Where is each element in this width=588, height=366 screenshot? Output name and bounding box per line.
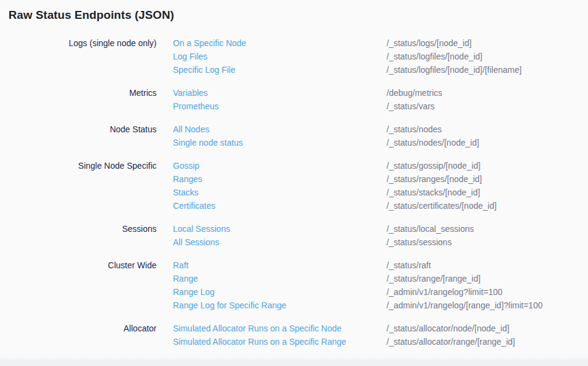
endpoint-sections: Logs (single node only)On a Specific Nod… — [0, 36, 588, 348]
endpoint-paths-column: /_status/logs/[node_id]/_status/logfiles… — [387, 36, 588, 76]
endpoint-links-column: Local SessionsAll Sessions — [157, 222, 387, 249]
endpoint-links-column: All NodesSingle node status — [157, 123, 387, 149]
endpoint-link[interactable]: Log Files — [173, 50, 208, 63]
endpoint-link[interactable]: Raft — [173, 259, 189, 272]
section-label: Node Status — [0, 123, 157, 149]
endpoint-section: SessionsLocal SessionsAll Sessions/_stat… — [0, 222, 588, 249]
endpoint-link[interactable]: Simulated Allocator Runs on a Specific N… — [173, 322, 342, 335]
endpoint-link[interactable]: On a Specific Node — [173, 36, 246, 50]
endpoint-path: /_status/allocator/node/[node_id] — [387, 322, 588, 335]
endpoint-link[interactable]: All Sessions — [173, 236, 219, 249]
endpoint-section: Node StatusAll NodesSingle node status/_… — [0, 123, 588, 149]
endpoint-path: /_status/logfiles/[node_id] — [387, 50, 588, 63]
endpoint-path: /_status/nodes/[node_id] — [387, 136, 588, 149]
endpoint-paths-column: /_status/gossip/[node_id]/_status/ranges… — [387, 159, 588, 212]
endpoint-link[interactable]: Local Sessions — [173, 222, 230, 236]
endpoint-path: /_status/local_sessions — [387, 222, 588, 236]
endpoint-link[interactable]: Range — [173, 272, 198, 285]
endpoint-link[interactable]: Specific Log File — [173, 63, 235, 76]
endpoint-paths-column: /_status/nodes/_status/nodes/[node_id] — [387, 123, 588, 149]
endpoint-link[interactable]: Gossip — [173, 159, 200, 172]
endpoint-section: Cluster WideRaftRangeRange LogRange Log … — [0, 259, 588, 312]
section-label: Logs (single node only) — [0, 36, 157, 76]
endpoint-path: /_status/gossip/[node_id] — [387, 159, 588, 172]
endpoint-section: MetricsVariablesPrometheus/debug/metrics… — [0, 86, 588, 113]
endpoint-link[interactable]: Stacks — [173, 186, 198, 199]
footer-strip — [0, 357, 588, 366]
endpoint-links-column: GossipRangesStacksCertificates — [157, 159, 387, 212]
endpoint-path: /_status/vars — [387, 100, 588, 113]
section-label: Sessions — [0, 222, 157, 249]
endpoint-link[interactable]: Variables — [173, 86, 208, 100]
section-label: Metrics — [0, 86, 157, 113]
endpoint-path: /_status/allocator/range/[range_id] — [387, 335, 588, 348]
endpoint-path: /_status/raft — [387, 259, 588, 272]
endpoint-links-column: RaftRangeRange LogRange Log for Specific… — [157, 259, 387, 312]
endpoint-link[interactable]: Simulated Allocator Runs on a Specific R… — [173, 335, 346, 348]
section-label: Cluster Wide — [0, 259, 157, 312]
endpoint-section: Single Node SpecificGossipRangesStacksCe… — [0, 159, 588, 212]
endpoint-paths-column: /_status/raft/_status/range/[range_id]/_… — [387, 259, 588, 312]
endpoint-path: /_status/range/[range_id] — [387, 272, 588, 285]
endpoint-path: /_status/nodes — [387, 123, 588, 136]
endpoint-path: /_status/logfiles/[node_id]/[filename] — [387, 63, 588, 76]
section-label: Single Node Specific — [0, 159, 157, 212]
endpoint-path: /_admin/v1/rangelog/[range_id]?limit=100 — [387, 299, 588, 312]
page-title: Raw Status Endpoints (JSON) — [8, 7, 588, 23]
endpoint-path: /_status/certificates/[node_id] — [387, 199, 588, 212]
endpoint-link[interactable]: Range Log for Specific Range — [173, 299, 286, 312]
endpoint-link[interactable]: Certificates — [173, 199, 215, 212]
endpoint-path: /debug/metrics — [387, 86, 588, 100]
endpoint-path: /_admin/v1/rangelog?limit=100 — [387, 285, 588, 299]
endpoint-link[interactable]: Range Log — [173, 285, 215, 299]
endpoint-path: /_status/stacks/[node_id] — [387, 186, 588, 199]
section-label: Allocator — [0, 322, 157, 348]
endpoint-link[interactable]: Prometheus — [173, 100, 218, 113]
endpoint-paths-column: /_status/allocator/node/[node_id]/_statu… — [387, 322, 588, 348]
endpoint-path: /_status/ranges/[node_id] — [387, 172, 588, 186]
endpoint-path: /_status/logs/[node_id] — [387, 36, 588, 50]
endpoint-link[interactable]: Single node status — [173, 136, 243, 149]
endpoint-links-column: On a Specific NodeLog FilesSpecific Log … — [157, 36, 387, 76]
endpoint-links-column: Simulated Allocator Runs on a Specific N… — [157, 322, 387, 348]
endpoint-paths-column: /_status/local_sessions/_status/sessions — [387, 222, 588, 249]
endpoint-section: Logs (single node only)On a Specific Nod… — [0, 36, 588, 76]
endpoint-section: AllocatorSimulated Allocator Runs on a S… — [0, 322, 588, 348]
endpoint-links-column: VariablesPrometheus — [157, 86, 387, 113]
endpoint-link[interactable]: Ranges — [173, 172, 202, 186]
endpoint-paths-column: /debug/metrics/_status/vars — [387, 86, 588, 113]
endpoint-path: /_status/sessions — [387, 236, 588, 249]
endpoint-link[interactable]: All Nodes — [173, 123, 209, 136]
